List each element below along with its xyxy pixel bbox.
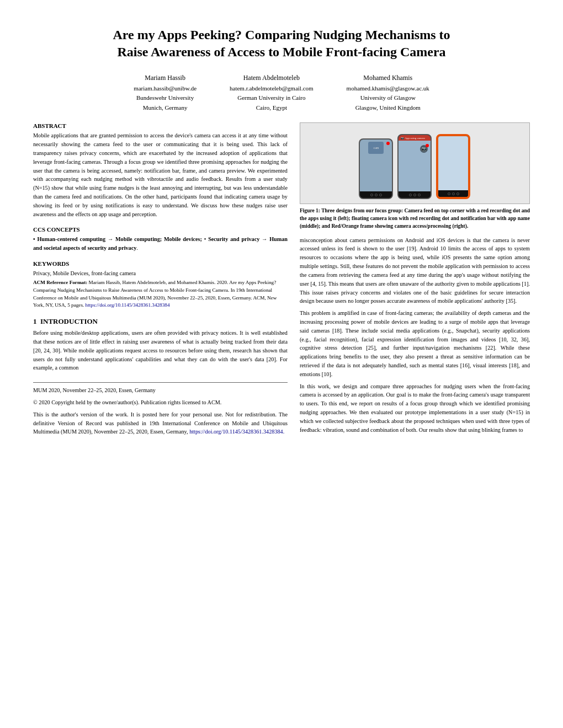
acm-doi-link[interactable]: https://doi.org/10.1145/3428361.3428384 [86,302,170,308]
footnote-doi-link[interactable]: https://doi.org/10.1145/3428361.3428384. [189,429,284,435]
keywords-section: KEYWORDS Privacy, Mobile Devices, front-… [33,260,288,278]
abstract-title: ABSTRACT [33,122,288,129]
author-2-email: hatem.r.abdelmoteleb@gmail.com [230,84,314,94]
author-3-institution: University of Glasgow [347,93,429,103]
ccs-concepts-section: CCS CONCEPTS • Human-centered computing … [33,226,288,253]
author-2-institution: German University in Cairo [230,93,314,103]
author-1: Mariam Hassib mariam.hassib@unibw.de Bun… [134,73,196,113]
phone-2-screen: 📷 [399,141,431,191]
two-column-layout: ABSTRACT Mobile applications that are gr… [33,122,530,440]
right-col-para1: misconception about camera permissions o… [300,236,530,306]
abstract-text: Mobile applications that are granted per… [33,131,288,218]
author-3: Mohamed Khamis mohamed.khamis@glasgow.ac… [347,73,429,113]
page-title: Are my Apps Peeking? Comparing Nudging M… [33,26,530,61]
figure-phones: cam 📷 App using camera [354,123,475,204]
introduction-section: 1 INTRODUCTION Before using mobile/deskt… [33,317,288,372]
right-column: cam 📷 App using camera [300,122,530,440]
footnote-area: MUM 2020, November 22–25, 2020, Essen, G… [33,382,288,436]
ccs-text: • Human-centered computing → Mobile comp… [33,235,288,253]
keywords-text: Privacy, Mobile Devices, front-facing ca… [33,269,288,278]
ccs-title: CCS CONCEPTS [33,226,288,233]
phone-1-screen: cam [360,140,392,191]
footnote-event: MUM 2020, November 22–25, 2020, Essen, G… [33,386,288,395]
author-3-name: Mohamed Khamis [347,73,429,83]
authors-row: Mariam Hassib mariam.hassib@unibw.de Bun… [33,73,530,113]
footnote-detail: This is the author's version of the work… [33,410,288,436]
intro-title: 1 INTRODUCTION [33,317,288,326]
intro-para1: Before using mobile/desktop applications… [33,329,288,372]
author-1-institution: Bundeswehr University [134,93,196,103]
author-3-email: mohamed.khamis@glasgow.ac.uk [347,84,429,94]
footnote-copyright: © 2020 Copyright held by the owner/autho… [33,398,288,407]
author-2: Hatem Abdelmoteleb hatem.r.abdelmoteleb@… [230,73,314,113]
phone-3-screen [438,136,468,190]
author-2-location: Cairo, Egypt [230,103,314,113]
right-col-para3: In this work, we design and compare thre… [300,382,530,435]
phone-1: cam [359,138,393,199]
keywords-title: KEYWORDS [33,260,288,267]
left-column: ABSTRACT Mobile applications that are gr… [33,122,288,440]
author-3-location: Glasgow, United Kingdom [347,103,429,113]
figure-caption: Figure 1: Three designs from our focus g… [300,207,530,230]
abstract-section: ABSTRACT Mobile applications that are gr… [33,122,288,218]
right-col-para2: This problem is amplified in case of fro… [300,309,530,379]
author-1-name: Mariam Hassib [134,73,196,83]
author-1-location: Munich, Germany [134,103,196,113]
phone-3 [436,134,470,199]
acm-format-section: ACM Reference Format: Mariam Hassib, Hat… [33,279,288,309]
phone-2: 📷 App using camera 📷 [397,134,432,199]
author-2-name: Hatem Abdelmoteleb [230,73,314,83]
author-1-email: mariam.hassib@unibw.de [134,84,196,94]
figure-image: cam 📷 App using camera [300,122,530,204]
figure-1: cam 📷 App using camera [300,122,530,230]
acm-format-text: ACM Reference Format: Mariam Hassib, Hat… [33,279,288,309]
